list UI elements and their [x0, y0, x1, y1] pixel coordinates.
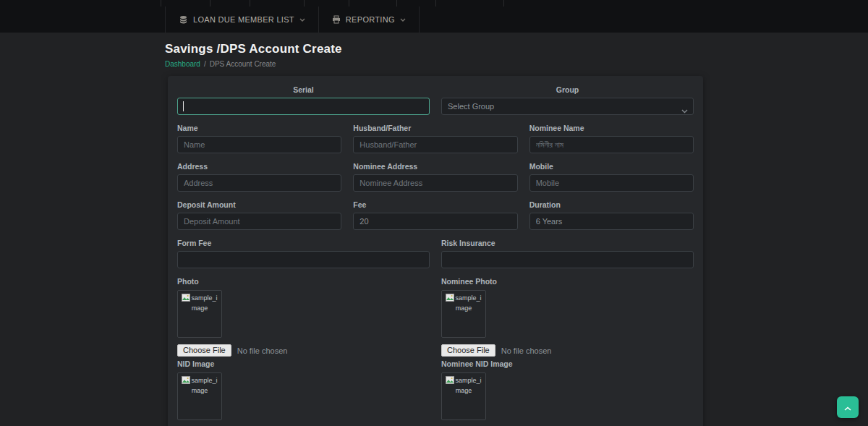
scroll-to-top-button[interactable] — [837, 396, 859, 418]
form-fee-label: Form Fee — [177, 238, 430, 248]
breadcrumb: Dashboard / DPS Account Create — [165, 60, 342, 68]
broken-image-icon — [446, 294, 454, 302]
form-fee-input[interactable] — [177, 251, 430, 268]
broken-image-icon — [182, 376, 190, 384]
serial-label: Serial — [177, 85, 430, 95]
nominee-address-label: Nominee Address — [353, 161, 517, 171]
husband-father-label: Husband/Father — [353, 123, 517, 133]
deposit-amount-input[interactable] — [177, 213, 341, 230]
nid-broken-image: sample_image — [177, 372, 222, 420]
text-cursor — [183, 101, 184, 111]
broken-image-alt: sample_image — [191, 377, 217, 394]
nav-divider — [503, 0, 504, 7]
nid-image-label: NID Image — [177, 359, 430, 369]
broken-image-icon — [446, 376, 454, 384]
photo-broken-image: sample_image — [177, 290, 222, 338]
nav-divider — [349, 0, 349, 7]
coins-icon — [179, 15, 188, 24]
photo-file-status: No file chosen — [237, 346, 288, 355]
broken-image-alt: sample_image — [191, 294, 217, 312]
nav-divider — [161, 0, 161, 7]
nominee-nid-broken-image: sample_image — [441, 372, 486, 420]
mobile-input[interactable] — [529, 174, 694, 192]
name-input[interactable] — [177, 136, 341, 153]
nav-item-reporting[interactable]: REPORTING — [319, 7, 420, 33]
nominee-photo-choose-file-button[interactable]: Choose File — [441, 344, 495, 357]
nominee-photo-label: Nominee Photo — [441, 276, 694, 286]
nav-divider — [396, 0, 397, 7]
nav-divider — [304, 0, 305, 7]
page-title: Savings /DPS Account Create — [165, 42, 342, 56]
deposit-amount-label: Deposit Amount — [177, 200, 341, 210]
breadcrumb-separator: / — [204, 60, 206, 68]
address-label: Address — [177, 161, 341, 171]
breadcrumb-current: DPS Account Create — [210, 60, 276, 68]
nominee-nid-image-label: Nominee NID Image — [441, 359, 694, 369]
nominee-photo-file-status: No file chosen — [501, 346, 552, 355]
printer-icon — [332, 15, 341, 24]
nominee-photo-broken-image: sample_image — [441, 290, 486, 338]
nav-item-loan-due-member-list[interactable]: LOAN DUE MEMBER LIST — [165, 7, 319, 33]
nav-divider — [435, 0, 436, 7]
top-navbar: LOAN DUE MEMBER LIST REPORTING — [0, 0, 868, 33]
nominee-name-label: Nominee Name — [529, 123, 694, 133]
dps-account-create-form-card: Serial Group Select Group Name H — [168, 76, 703, 426]
nav-item-label: REPORTING — [346, 15, 395, 24]
nominee-name-input[interactable] — [529, 136, 694, 153]
group-label: Group — [441, 85, 694, 95]
breadcrumb-dashboard-link[interactable]: Dashboard — [165, 60, 200, 68]
broken-image-alt: sample_image — [455, 377, 481, 394]
photo-choose-file-button[interactable]: Choose File — [177, 344, 231, 357]
husband-father-input[interactable] — [353, 136, 517, 153]
fee-input[interactable] — [353, 213, 517, 230]
fee-label: Fee — [353, 200, 517, 210]
chevron-down-icon — [299, 18, 305, 22]
address-input[interactable] — [177, 174, 341, 192]
chevron-down-icon — [400, 18, 406, 22]
broken-image-alt: sample_image — [455, 294, 481, 312]
chevron-up-icon — [844, 402, 851, 413]
nominee-address-input[interactable] — [353, 174, 517, 192]
group-select[interactable]: Select Group — [441, 98, 694, 115]
risk-insurance-input[interactable] — [441, 251, 694, 268]
nav-item-label: LOAN DUE MEMBER LIST — [193, 15, 294, 24]
broken-image-icon — [182, 294, 190, 302]
mobile-label: Mobile — [529, 161, 694, 171]
photo-label: Photo — [177, 276, 430, 286]
nav-divider — [210, 0, 210, 7]
duration-label: Duration — [529, 200, 694, 210]
serial-input[interactable] — [177, 98, 430, 115]
risk-insurance-label: Risk Insurance — [441, 238, 694, 248]
name-label: Name — [177, 123, 341, 133]
duration-input[interactable] — [529, 213, 694, 230]
nav-divider — [250, 0, 250, 7]
